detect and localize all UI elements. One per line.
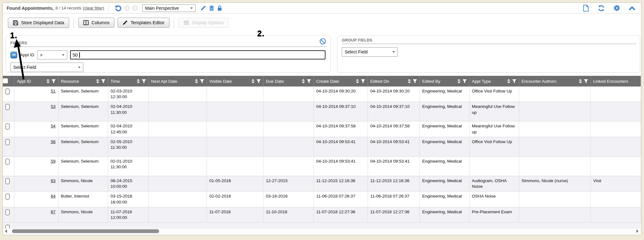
sort-icon[interactable] <box>408 79 411 84</box>
cell-next_apt_date <box>148 207 207 222</box>
refresh-icon[interactable] <box>598 5 605 12</box>
cell-encounter_authors <box>519 121 591 137</box>
column-header-encounter_authors[interactable]: Encounter Authors <box>519 76 591 87</box>
sort-icon[interactable] <box>302 79 305 84</box>
filter-operator-select[interactable]: > <box>37 50 67 59</box>
save-icon <box>13 20 18 25</box>
scrollbar-thumb[interactable] <box>12 229 159 233</box>
row-checkbox[interactable] <box>5 178 10 184</box>
cell-appt_type: Meaningful Use Follow up <box>469 102 519 121</box>
appt-id-link[interactable]: 53 <box>51 104 55 109</box>
filter-funnel-icon[interactable] <box>512 79 517 84</box>
cell-encounter_authors <box>519 137 591 156</box>
column-header-appt_type[interactable]: Appt Type <box>469 76 519 87</box>
next-circle-icon[interactable] <box>132 5 138 11</box>
cell-edited_by: Engineering, Medical <box>419 156 469 176</box>
cell-next_apt_date <box>148 121 207 137</box>
cell-create_date: 04-10-2014 09:37:10 <box>314 102 368 121</box>
column-header-linked_encounters[interactable]: Linked Encounters <box>591 76 641 87</box>
cell-appt_type: OSHA Noise <box>469 192 519 207</box>
filter-funnel-icon[interactable] <box>101 79 106 84</box>
edit-pencil-icon[interactable] <box>200 5 206 11</box>
appt-id-link[interactable]: 54 <box>51 124 55 128</box>
annotation-number-1: 1. <box>10 31 17 40</box>
new-document-icon[interactable] <box>583 5 589 12</box>
clear-filter-link[interactable]: (clear filter) <box>83 6 104 10</box>
cell-create_date: 11-07-2018 12:27:36 <box>314 207 368 222</box>
grid-icon <box>184 20 189 25</box>
cell-due_date <box>263 137 314 156</box>
columns-button[interactable]: Columns <box>78 18 114 28</box>
cell-next_apt_date <box>148 137 207 156</box>
sort-icon[interactable] <box>96 79 99 84</box>
column-header-visible_date[interactable]: Visible Date <box>207 76 263 87</box>
row-checkbox[interactable] <box>5 159 10 165</box>
settings-gear-icon[interactable] <box>613 5 620 11</box>
add-filter-row: Select Field <box>10 63 326 72</box>
row-checkbox[interactable] <box>5 88 10 95</box>
sort-icon[interactable] <box>579 79 582 84</box>
appt-id-link[interactable]: 56 <box>51 139 55 144</box>
cell-resource: Selenium, Selenium <box>58 156 108 176</box>
undo-icon[interactable] <box>115 5 122 12</box>
store-displayed-data-button[interactable]: Store Displayed Data <box>8 18 69 28</box>
scroll-right-arrow-icon[interactable] <box>636 229 638 233</box>
filter-funnel-icon[interactable] <box>51 79 56 84</box>
scroll-left-arrow-icon[interactable] <box>5 229 7 233</box>
appt-id-link[interactable]: 67 <box>51 209 55 214</box>
column-header-id[interactable]: Appt ID <box>14 76 58 87</box>
table-row: 67Simmons, Nicole11-07-2018 12:00:0011-0… <box>3 207 641 222</box>
group-select-field[interactable]: Select Field <box>342 47 398 57</box>
horizontal-scrollbar[interactable] <box>3 228 641 234</box>
column-header-create_date[interactable]: Create Date <box>314 76 368 87</box>
sort-icon[interactable] <box>136 79 140 84</box>
cell-edited_by: Engineering, Medical <box>419 87 469 102</box>
filter-funnel-icon[interactable] <box>200 79 204 84</box>
cell-resource: Selenium, Selenium <box>58 87 108 102</box>
lock-icon[interactable] <box>217 5 222 11</box>
ban-icon[interactable] <box>319 38 326 45</box>
appt-id-link[interactable]: 64 <box>51 194 55 198</box>
perspective-select[interactable]: Main Perspective <box>142 4 196 12</box>
appt-id-link[interactable]: 51 <box>51 89 55 93</box>
cell-visible_date: 02-02-2016 <box>207 192 263 207</box>
sort-icon[interactable] <box>457 79 461 84</box>
sort-icon[interactable] <box>356 79 359 84</box>
cell-id: 53 <box>14 102 58 121</box>
cell-visible_date <box>207 156 263 176</box>
templates-editor-button[interactable]: Templates Editor <box>118 18 169 28</box>
appt-id-link[interactable]: 63 <box>51 178 55 183</box>
filter-funnel-icon[interactable] <box>142 79 146 84</box>
filter-funnel-icon[interactable] <box>256 79 261 84</box>
prev-circle-icon[interactable] <box>124 5 130 11</box>
select-all-checkbox[interactable] <box>3 78 8 83</box>
remove-filter-button[interactable] <box>10 52 17 59</box>
cell-appt_type: Office Visit Follow Up <box>469 87 519 102</box>
row-checkbox[interactable] <box>5 209 10 215</box>
appt-id-link[interactable]: 59 <box>51 159 55 164</box>
column-header-edited_by[interactable]: Edited By <box>419 76 469 87</box>
row-checkbox[interactable] <box>5 123 10 130</box>
column-header-edited_on[interactable]: Edited On <box>368 76 419 87</box>
column-header-time[interactable]: Time <box>108 76 148 87</box>
row-checkbox[interactable] <box>5 139 10 145</box>
filter-funnel-icon[interactable] <box>584 79 588 84</box>
sort-icon[interactable] <box>46 79 50 84</box>
sort-icon[interactable] <box>507 79 510 84</box>
filter-funnel-icon[interactable] <box>413 79 417 84</box>
collapse-chevron-up-icon[interactable] <box>629 6 635 10</box>
sort-icon[interactable] <box>251 79 255 84</box>
filter-funnel-icon[interactable] <box>462 79 467 84</box>
cell-id: 63 <box>14 176 58 191</box>
column-header-next_apt_date[interactable]: Next Apt Date <box>148 76 207 87</box>
filter-value-input[interactable] <box>71 51 325 59</box>
column-header-due_date[interactable]: Due Date <box>263 76 314 87</box>
filter-funnel-icon[interactable] <box>361 79 365 84</box>
delete-trash-icon[interactable] <box>209 5 214 11</box>
row-checkbox[interactable] <box>5 104 10 110</box>
row-checkbox[interactable] <box>5 193 10 200</box>
filter-funnel-icon[interactable] <box>307 79 311 84</box>
filter-select-field[interactable]: Select Field <box>10 63 83 72</box>
sort-icon[interactable] <box>195 79 198 84</box>
column-header-resource[interactable]: Resource <box>58 76 108 87</box>
